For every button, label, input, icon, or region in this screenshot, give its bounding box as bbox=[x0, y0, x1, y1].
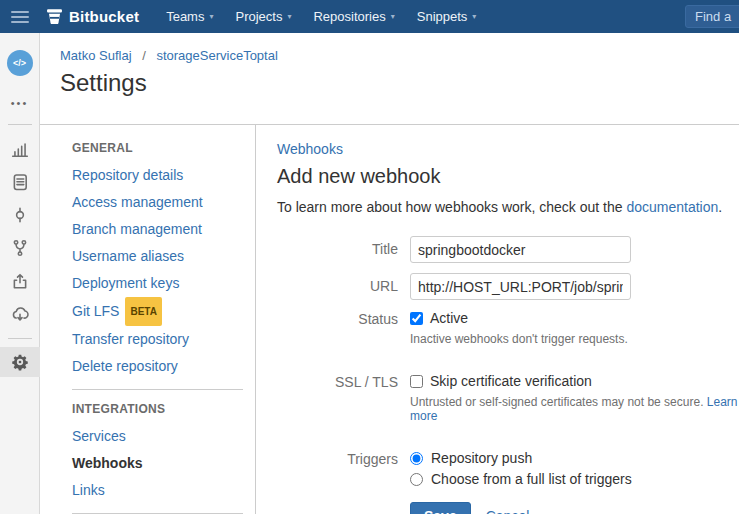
title-label: Title bbox=[277, 236, 410, 263]
nav-repositories[interactable]: Repositories▾ bbox=[302, 0, 405, 33]
status-active-label: Active bbox=[430, 310, 468, 326]
breadcrumb-separator: / bbox=[142, 48, 146, 63]
url-label: URL bbox=[277, 273, 410, 300]
rail-divider bbox=[8, 338, 32, 339]
triggers-label: Triggers bbox=[277, 450, 410, 492]
sidebar-item-branch-management[interactable]: Branch management bbox=[72, 216, 255, 243]
sidebar-item-delete-repository[interactable]: Delete repository bbox=[72, 353, 255, 380]
sidebar-item-repository-details[interactable]: Repository details bbox=[72, 162, 255, 189]
skip-cert-label: Skip certificate verification bbox=[430, 373, 592, 389]
sidebar-item-webhooks[interactable]: Webhooks bbox=[72, 450, 255, 477]
hamburger-menu-icon[interactable] bbox=[11, 8, 29, 26]
title-input[interactable] bbox=[410, 236, 631, 263]
more-options-icon[interactable]: ••• bbox=[11, 97, 29, 109]
status-help-text: Inactive webhooks don't trigger requests… bbox=[410, 332, 739, 346]
triggers-row: Triggers Repository push Choose from a f… bbox=[277, 450, 739, 492]
breadcrumb: Matko Suflaj / storageServiceToptal bbox=[60, 48, 278, 63]
nav-projects[interactable]: Projects▾ bbox=[224, 0, 302, 33]
webhooks-back-link[interactable]: Webhooks bbox=[277, 141, 343, 157]
content-area: Matko Suflaj / storageServiceToptal Sett… bbox=[40, 33, 739, 514]
bitbucket-logo[interactable]: Bitbucket bbox=[46, 8, 139, 25]
rail-divider bbox=[8, 124, 32, 125]
bucket-icon bbox=[46, 8, 63, 25]
form-buttons: Save Cancel bbox=[410, 502, 739, 514]
webhook-form-panel: Webhooks Add new webhook To learn more a… bbox=[277, 125, 739, 514]
status-row: Status Active Inactive webhooks don't tr… bbox=[277, 310, 739, 363]
nav-section-integrations: INTEGRATIONS bbox=[72, 402, 255, 417]
nav-snippets[interactable]: Snippets▾ bbox=[406, 0, 488, 33]
nav-section-general: GENERAL bbox=[72, 141, 255, 156]
url-input[interactable] bbox=[410, 273, 631, 300]
branches-icon[interactable] bbox=[11, 239, 29, 257]
ssl-label: SSL / TLS bbox=[277, 373, 410, 440]
form-heading: Add new webhook bbox=[277, 165, 739, 188]
chevron-down-icon: ▾ bbox=[287, 12, 291, 21]
sidebar-item-transfer-repository[interactable]: Transfer repository bbox=[72, 326, 255, 353]
status-label: Status bbox=[277, 310, 410, 363]
status-active-checkbox[interactable] bbox=[410, 312, 423, 325]
page-title: Settings bbox=[60, 69, 147, 97]
intro-text: To learn more about how webhooks work, c… bbox=[277, 199, 739, 215]
skip-cert-checkbox[interactable] bbox=[410, 375, 423, 388]
cancel-link[interactable]: Cancel bbox=[486, 508, 530, 514]
navbar-menu: Teams▾ Projects▾ Repositories▾ Snippets▾ bbox=[155, 0, 487, 33]
url-row: URL bbox=[277, 273, 739, 300]
chevron-down-icon: ▾ bbox=[391, 12, 395, 21]
nav-divider bbox=[72, 389, 243, 390]
charts-icon[interactable] bbox=[11, 140, 29, 158]
source-icon[interactable] bbox=[11, 173, 29, 191]
sidebar-item-services[interactable]: Services bbox=[72, 423, 255, 450]
beta-badge: BETA bbox=[125, 297, 161, 326]
upload-icon[interactable] bbox=[11, 272, 29, 290]
chevron-down-icon: ▾ bbox=[472, 12, 476, 21]
logo-text: Bitbucket bbox=[69, 8, 139, 25]
breadcrumb-owner-link[interactable]: Matko Suflaj bbox=[60, 48, 132, 63]
navbar-search-input[interactable]: Find a bbox=[685, 5, 739, 28]
breadcrumb-repo-link[interactable]: storageServiceToptal bbox=[156, 48, 277, 63]
downloads-icon[interactable] bbox=[11, 305, 29, 323]
ssl-help-text: Untrusted or self-signed certificates ma… bbox=[410, 395, 739, 423]
sidebar-item-git-lfs[interactable]: Git LFSBETA bbox=[72, 297, 255, 326]
save-button[interactable]: Save bbox=[410, 502, 471, 514]
top-navbar: Bitbucket Teams▾ Projects▾ Repositories▾… bbox=[0, 0, 739, 33]
settings-nav: GENERAL Repository details Access manage… bbox=[60, 125, 256, 514]
trigger-repository-push-radio[interactable] bbox=[410, 452, 423, 465]
trigger-full-list-radio[interactable] bbox=[410, 473, 423, 486]
sidebar-item-access-management[interactable]: Access management bbox=[72, 189, 255, 216]
nav-teams[interactable]: Teams▾ bbox=[155, 0, 224, 33]
ssl-row: SSL / TLS Skip certificate verification … bbox=[277, 373, 739, 440]
repo-avatar[interactable]: </> bbox=[7, 50, 33, 76]
sidebar-item-links[interactable]: Links bbox=[72, 477, 255, 504]
icon-rail: </> ••• bbox=[0, 33, 40, 514]
chevron-down-icon: ▾ bbox=[209, 12, 213, 21]
commits-icon[interactable] bbox=[11, 206, 29, 224]
trigger-repository-push-label: Repository push bbox=[431, 450, 532, 466]
sidebar-item-username-aliases[interactable]: Username aliases bbox=[72, 243, 255, 270]
settings-gear-icon[interactable] bbox=[0, 347, 40, 377]
trigger-full-list-label: Choose from a full list of triggers bbox=[431, 471, 632, 487]
sidebar-item-deployment-keys[interactable]: Deployment keys bbox=[72, 270, 255, 297]
documentation-link[interactable]: documentation bbox=[626, 199, 718, 215]
title-row: Title bbox=[277, 236, 739, 263]
